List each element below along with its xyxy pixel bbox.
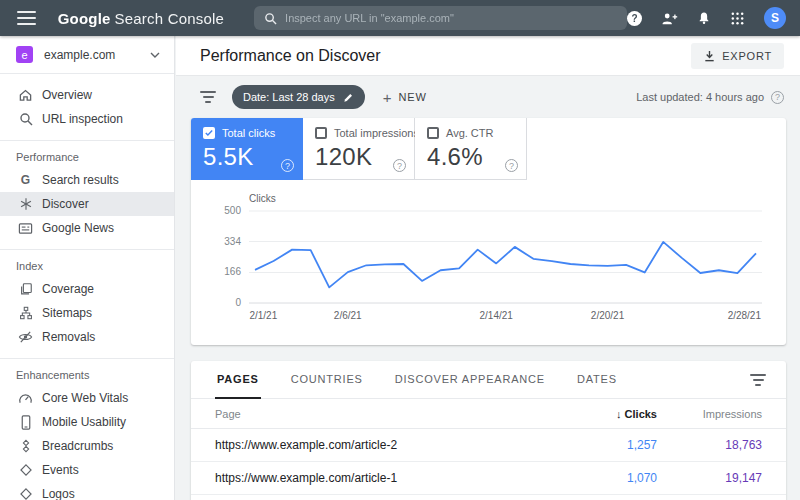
- metric-cards: Total clicks 5.5K ? Total impressions 12…: [191, 118, 786, 180]
- chart-plot[interactable]: [249, 207, 762, 307]
- table-header-row: Page ↓Clicks Impressions: [191, 399, 786, 429]
- diamond-icon: [18, 487, 33, 500]
- x-axis-tick-label: 2/1/21: [249, 310, 277, 321]
- sidebar-item-core-web-vitals[interactable]: Core Web Vitals: [0, 386, 174, 410]
- notifications-bell-icon[interactable]: [697, 10, 711, 26]
- y-axis-tick-label: 334: [215, 236, 241, 247]
- help-circle-icon[interactable]: ?: [281, 159, 294, 172]
- table-row[interactable]: https://www.example.com/article-2 1,257 …: [191, 429, 786, 462]
- sidebar-item-events[interactable]: Events: [0, 458, 174, 482]
- x-axis-tick-label: 2/20/21: [591, 310, 624, 321]
- metric-value: 4.6%: [427, 143, 516, 171]
- sidebar-item-breadcrumbs[interactable]: Breadcrumbs: [0, 434, 174, 458]
- metric-value: 5.5K: [203, 143, 292, 171]
- performance-card: Total clicks 5.5K ? Total impressions 12…: [191, 118, 786, 345]
- column-header-page[interactable]: Page: [215, 408, 567, 420]
- clicks-value: 1,257: [567, 438, 657, 452]
- pages-icon: [18, 282, 33, 296]
- sidebar-item-mobile-usability[interactable]: Mobile Usability: [0, 410, 174, 434]
- impressions-value: 18,763: [657, 438, 762, 452]
- speed-gauge-icon: [18, 392, 33, 405]
- tab-dates[interactable]: DATES: [575, 361, 619, 399]
- sidebar-item-removals[interactable]: Removals: [0, 325, 174, 349]
- search-icon: [264, 12, 277, 25]
- app-logo[interactable]: GoogleSearch Console: [58, 10, 224, 27]
- property-icon: e: [16, 46, 33, 63]
- table-row[interactable]: https://www.example.com/article-1 1,070 …: [191, 462, 786, 495]
- sidebar-item-url-inspection[interactable]: URL inspection: [0, 107, 174, 131]
- url-inspect-searchbox[interactable]: [254, 6, 627, 30]
- metric-total-impressions[interactable]: Total impressions 120K ?: [303, 118, 415, 180]
- y-axis-tick-label: 0: [215, 297, 241, 308]
- clicks-value: 1,070: [567, 471, 657, 485]
- top-app-bar: GoogleSearch Console ? S: [0, 0, 800, 36]
- tab-countries[interactable]: COUNTRIES: [289, 361, 365, 399]
- sidebar: e example.com Overview URL inspection Pe…: [0, 36, 175, 500]
- google-g-icon: G: [18, 173, 33, 187]
- search-input[interactable]: [285, 12, 617, 24]
- sidebar-section-performance: Performance: [0, 141, 174, 168]
- checkbox-unchecked-icon[interactable]: [315, 127, 327, 139]
- discover-sparkle-icon: [18, 197, 33, 211]
- x-axis-tick-label: 2/6/21: [334, 310, 362, 321]
- eye-off-icon: [18, 330, 33, 344]
- table-tabs: PAGES COUNTRIES DISCOVER APPEARANCE DATE…: [191, 361, 786, 399]
- sidebar-section-enhancements: Enhancements: [0, 359, 174, 386]
- sidebar-item-sitemaps[interactable]: Sitemaps: [0, 301, 174, 325]
- tab-pages[interactable]: PAGES: [215, 361, 261, 399]
- chevron-down-icon: [150, 52, 160, 58]
- help-circle-icon[interactable]: ?: [771, 91, 784, 104]
- pencil-edit-icon: [343, 92, 354, 103]
- home-icon: [18, 88, 33, 102]
- chart-y-axis-title: Clicks: [249, 193, 762, 204]
- export-button[interactable]: EXPORT: [691, 43, 784, 69]
- download-icon: [703, 49, 716, 63]
- column-header-impressions[interactable]: Impressions: [657, 408, 762, 420]
- column-header-clicks[interactable]: ↓Clicks: [567, 408, 657, 420]
- logo-product-text: Search Console: [115, 10, 225, 27]
- y-axis-tick-label: 166: [215, 266, 241, 277]
- sidebar-section-index: Index: [0, 250, 174, 277]
- plus-icon: +: [383, 89, 392, 106]
- sidebar-item-logos[interactable]: Logos: [0, 482, 174, 500]
- dimensions-table-card: PAGES COUNTRIES DISCOVER APPEARANCE DATE…: [191, 361, 786, 500]
- menu-hamburger-icon[interactable]: [17, 11, 36, 25]
- new-filter-button[interactable]: + NEW: [383, 89, 427, 106]
- date-filter-chip[interactable]: Date: Last 28 days: [232, 85, 365, 109]
- apps-grid-icon[interactable]: [730, 11, 745, 26]
- filter-list-icon[interactable]: [200, 91, 216, 103]
- table-row[interactable]: https://www.example.com/article-5 987 12…: [191, 495, 786, 500]
- metric-total-clicks[interactable]: Total clicks 5.5K ?: [191, 118, 303, 180]
- checkbox-checked-icon[interactable]: [203, 127, 215, 139]
- stacked-diamonds-icon: [18, 439, 33, 453]
- sidebar-item-discover[interactable]: Discover: [0, 192, 174, 216]
- page-url[interactable]: https://www.example.com/article-1: [215, 471, 567, 485]
- sidebar-item-search-results[interactable]: G Search results: [0, 168, 174, 192]
- user-add-icon[interactable]: [661, 11, 678, 26]
- impressions-value: 19,147: [657, 471, 762, 485]
- news-icon: [18, 222, 33, 235]
- checkbox-unchecked-icon[interactable]: [427, 127, 439, 139]
- help-circle-icon[interactable]: ?: [505, 159, 518, 172]
- page-header: Performance on Discover EXPORT: [176, 36, 800, 76]
- page-url[interactable]: https://www.example.com/article-2: [215, 438, 567, 452]
- sidebar-item-coverage[interactable]: Coverage: [0, 277, 174, 301]
- sitemap-tree-icon: [18, 306, 33, 320]
- metric-avg-ctr[interactable]: Avg. CTR 4.6% ?: [415, 118, 527, 180]
- help-circle-icon[interactable]: ?: [393, 159, 406, 172]
- sidebar-item-overview[interactable]: Overview: [0, 83, 174, 107]
- help-icon[interactable]: ?: [627, 11, 642, 26]
- account-avatar[interactable]: S: [764, 7, 786, 29]
- clicks-line-chart: Clicks 0166334500 2/1/212/6/212/14/212/2…: [191, 180, 786, 311]
- x-axis-tick-label: 2/14/21: [480, 310, 513, 321]
- property-selector[interactable]: e example.com: [0, 36, 174, 74]
- sidebar-item-google-news[interactable]: Google News: [0, 216, 174, 240]
- metric-value: 120K: [315, 143, 404, 171]
- sort-desc-icon: ↓: [616, 408, 622, 420]
- tab-discover-appearance[interactable]: DISCOVER APPEARANCE: [393, 361, 547, 399]
- y-axis-tick-label: 500: [215, 205, 241, 216]
- table-filter-icon[interactable]: [750, 374, 766, 386]
- last-updated: Last updated: 4 hours ago ?: [636, 91, 784, 104]
- page-title: Performance on Discover: [200, 47, 381, 65]
- property-name: example.com: [44, 48, 139, 62]
